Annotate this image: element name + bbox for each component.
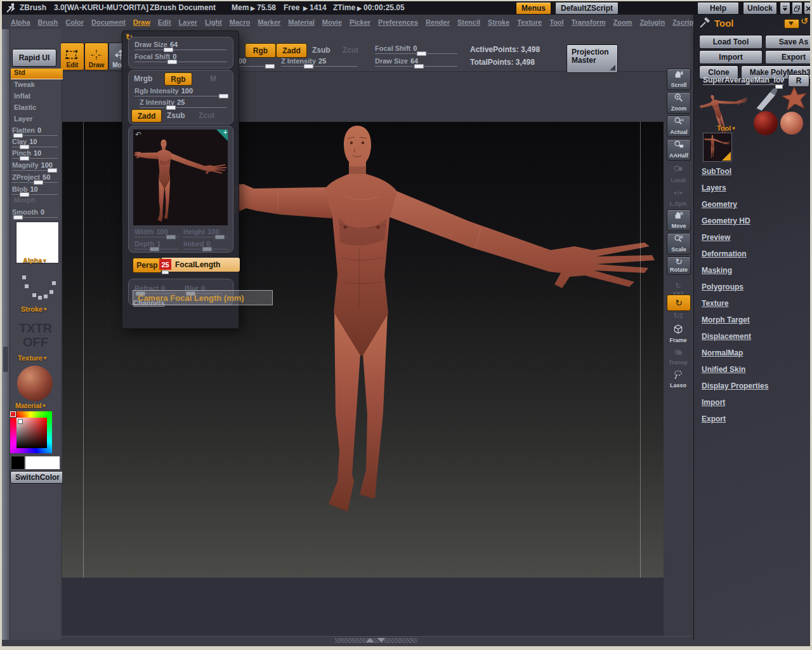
- edit-mode-button[interactable]: Edit: [60, 43, 84, 70]
- focal-length-bar[interactable]: FocalLength: [161, 258, 240, 272]
- aahalf-button[interactable]: AAHalf: [667, 139, 691, 161]
- menu-macro[interactable]: Macro: [230, 18, 250, 26]
- focal-shift-slider[interactable]: Focal Shift0: [375, 44, 457, 55]
- brush-morph[interactable]: Morph: [12, 196, 61, 206]
- brush-layer[interactable]: Layer: [12, 115, 61, 125]
- tool-thumb-star[interactable]: [780, 83, 808, 116]
- section-export[interactable]: Export: [702, 415, 726, 423]
- dm-zcut-toggle[interactable]: Zcut: [199, 111, 214, 120]
- menu-preferences[interactable]: Preferences: [378, 18, 418, 26]
- dm-draw-size-slider[interactable]: Draw Size64: [134, 41, 227, 51]
- texture-off-preview[interactable]: TXTR OFF: [10, 321, 61, 349]
- stroke-preview[interactable]: [17, 273, 58, 302]
- save-as-button[interactable]: Save As: [765, 35, 810, 49]
- texture-selector[interactable]: Texture▼: [18, 354, 48, 362]
- magnify-slider[interactable]: Magnify100: [12, 161, 58, 171]
- section-layers[interactable]: Layers: [702, 183, 726, 192]
- menu-document[interactable]: Document: [91, 18, 126, 26]
- section-deformation[interactable]: Deformation: [702, 249, 747, 258]
- menu-material[interactable]: Material: [288, 18, 315, 26]
- secondary-color-swatch[interactable]: [11, 456, 25, 470]
- menu-stroke[interactable]: Stroke: [488, 18, 509, 26]
- section-texture[interactable]: Texture: [702, 299, 728, 308]
- section-geometry-hd[interactable]: Geometry HD: [702, 216, 750, 225]
- rollup-button[interactable]: [780, 2, 790, 15]
- tool-thumb-sphere-light[interactable]: [780, 112, 803, 135]
- divider-handle[interactable]: [3, 347, 8, 372]
- dm-rgb-toggle[interactable]: Rgb: [164, 72, 192, 86]
- move-button[interactable]: Move: [667, 209, 691, 231]
- tray-up-arrow-icon[interactable]: [366, 638, 374, 642]
- zproject-slider[interactable]: ZProject50: [12, 173, 58, 183]
- tool-selector[interactable]: Tool▼: [717, 124, 736, 132]
- alpha-selector[interactable]: Alpha▼: [23, 256, 47, 264]
- section-unified-skin[interactable]: Unified Skin: [702, 365, 745, 374]
- dm-height-slider[interactable]: Height100: [183, 228, 228, 238]
- dm-imbed-slider[interactable]: Imbed0: [183, 240, 228, 250]
- dm-rgb-intensity-slider[interactable]: Rgb Intensity100: [134, 87, 227, 97]
- rotate-z-button[interactable]: ↻z: [667, 311, 690, 321]
- section-displacement[interactable]: Displacement: [702, 332, 751, 341]
- tray-resize-handle[interactable]: [335, 638, 417, 643]
- funnel-button[interactable]: [784, 19, 799, 29]
- draw-size-slider[interactable]: Draw Size64: [375, 57, 457, 67]
- brush-inflat[interactable]: Inflat: [12, 92, 61, 102]
- zoom-button[interactable]: Zoom: [667, 92, 691, 114]
- active-tool-thumbnail[interactable]: [703, 133, 732, 162]
- transp-button[interactable]: Transp: [667, 348, 690, 367]
- blob-slider[interactable]: Blob10: [12, 185, 58, 196]
- section-normalmap[interactable]: NormalMap: [702, 348, 743, 357]
- current-tool-name[interactable]: SuperAverageMan_low: [703, 76, 784, 85]
- unlock-button[interactable]: Unlock: [743, 2, 777, 15]
- menu-brush[interactable]: Brush: [38, 18, 58, 26]
- default-zscript-button[interactable]: DefaultZScript: [555, 2, 619, 15]
- dm-mrgb-toggle[interactable]: Mrgb: [134, 74, 152, 83]
- dm-z-intensity-slider[interactable]: Z Intensity25: [140, 98, 227, 109]
- menu-light[interactable]: Light: [205, 18, 222, 26]
- flatten-slider[interactable]: Flatten0: [12, 126, 58, 136]
- import-button[interactable]: Import: [699, 50, 763, 64]
- primary-color-swatch[interactable]: [25, 456, 60, 470]
- dm-zsub-toggle[interactable]: Zsub: [167, 111, 185, 120]
- menu-picker[interactable]: Picker: [350, 18, 370, 26]
- dm-depth-slider[interactable]: Depth1: [134, 240, 179, 250]
- menu-color[interactable]: Color: [65, 18, 84, 26]
- projection-master-button[interactable]: Projection Master: [566, 44, 618, 73]
- tray-down-arrow-icon[interactable]: [377, 638, 385, 642]
- section-polygroups[interactable]: Polygroups: [702, 282, 743, 291]
- dm-m-toggle[interactable]: M: [210, 74, 216, 83]
- zcut-toggle[interactable]: Zcut: [343, 46, 358, 55]
- menu-render[interactable]: Render: [426, 18, 450, 26]
- tool-thumb-brush[interactable]: [752, 87, 782, 112]
- section-masking[interactable]: Masking: [702, 266, 732, 275]
- rapid-ui-button[interactable]: Rapid UI: [12, 49, 56, 67]
- menu-zoom[interactable]: Zoom: [613, 18, 632, 26]
- rotate-view-icon[interactable]: ↶: [135, 130, 141, 139]
- stroke-selector[interactable]: Stroke▼: [21, 305, 48, 313]
- rgb-toggle[interactable]: Rgb: [245, 43, 276, 58]
- rotate-button[interactable]: ↻ Rotate: [667, 256, 691, 275]
- section-preview[interactable]: Preview: [702, 233, 730, 242]
- restore-config-icon[interactable]: ↺: [801, 16, 808, 26]
- help-button[interactable]: Help: [697, 2, 739, 15]
- menu-stencil[interactable]: Stencil: [457, 18, 480, 26]
- menu-transform[interactable]: Transform: [572, 18, 606, 26]
- zsub-toggle[interactable]: Zsub: [312, 46, 331, 55]
- menu-edit[interactable]: Edit: [158, 18, 171, 26]
- menu-layer[interactable]: Layer: [179, 18, 197, 26]
- section-geometry[interactable]: Geometry: [702, 200, 737, 209]
- draw-preview-thumbnail[interactable]: ↶ +: [133, 129, 228, 225]
- frame-button[interactable]: Frame: [667, 324, 690, 345]
- actual-button[interactable]: x1 Actual: [667, 116, 691, 137]
- lsym-button[interactable]: L.Sym: [667, 188, 690, 208]
- dm-width-slider[interactable]: Width100: [134, 228, 179, 238]
- scroll-button[interactable]: Scroll: [667, 69, 691, 90]
- close-button[interactable]: [804, 2, 810, 15]
- section-import[interactable]: Import: [702, 398, 725, 407]
- rgb-intensity-slider-partial[interactable]: 00: [239, 57, 274, 67]
- scale-button[interactable]: Scale: [667, 233, 691, 255]
- z-intensity-slider[interactable]: Z Intensity25: [281, 57, 357, 67]
- menu-movie[interactable]: Movie: [322, 18, 342, 26]
- brush-std[interactable]: Std: [11, 69, 63, 79]
- section-subtool[interactable]: SubTool: [702, 167, 731, 176]
